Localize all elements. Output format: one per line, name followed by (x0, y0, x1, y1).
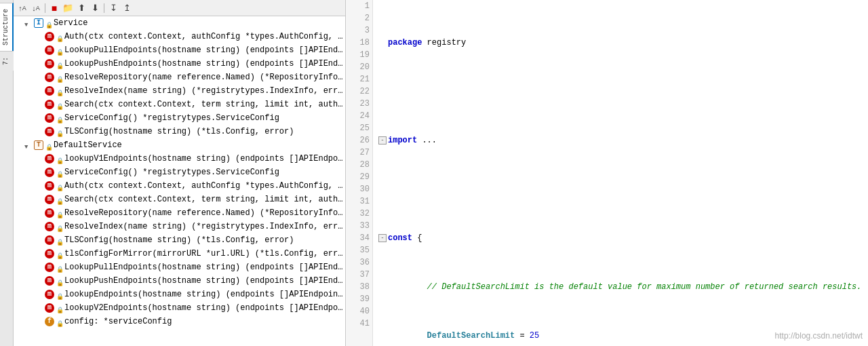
ln-3: 3 (349, 24, 370, 37)
tree-item-lookuppush[interactable]: m 🔒 LookupPushEndpoints(hostname string)… (14, 57, 345, 71)
ln-20: 20 (349, 61, 370, 73)
ds-lookuppush[interactable]: m 🔒 LookupPushEndpoints(hostname string)… (14, 274, 345, 288)
toolbar-separator-2 (104, 3, 104, 13)
ln-31: 31 (349, 195, 370, 208)
ln-1: 1 (349, 0, 370, 12)
struct-icon-defaultservice: T (34, 140, 43, 150)
method-icon: m (45, 154, 54, 164)
ln-27: 27 (349, 147, 370, 159)
code-line-2 (378, 85, 863, 98)
ln-23: 23 (349, 98, 370, 110)
ln-38: 38 (349, 281, 370, 293)
ln-32: 32 (349, 208, 370, 220)
ds-auth[interactable]: m 🔒 Auth(ctx context.Context, authConfig… (14, 179, 345, 193)
code-line-19: - const { (378, 232, 863, 244)
code-editor: 1 2 3 18 19 20 21 22 23 24 25 26 27 28 2… (346, 0, 868, 346)
ln-25: 25 (349, 122, 370, 134)
vtab-7[interactable]: 7: (0, 51, 14, 71)
ln-22: 22 (349, 85, 370, 98)
ds-lookupv1[interactable]: m 🔒 lookupV1Endpoints(hostname string) (… (14, 152, 345, 166)
defaultservice-label: DefaultService (54, 139, 122, 151)
method-icon: m (45, 249, 54, 258)
method-icon: m (45, 73, 54, 82)
ds-tlsconfigformirror[interactable]: m 🔒 tlsConfigForMirror(mirrorURL *url.UR… (14, 247, 345, 261)
vertical-tabs-panel: Structure 7: (0, 0, 14, 346)
method-icon: m (45, 127, 54, 136)
ln-21: 21 (349, 73, 370, 85)
ln-39: 39 (349, 293, 370, 305)
tree-arrow-service (24, 19, 33, 27)
tree-item-resolveindex[interactable]: m 🔒 ResolveIndex(name string) (*registry… (14, 84, 345, 98)
fold-19[interactable]: - (378, 234, 387, 242)
ds-tlsconfig[interactable]: m 🔒 TLSConfig(hostname string) (*tls.Con… (14, 233, 345, 247)
tree-item-resolverepo[interactable]: m 🔒 ResolveRepository(name reference.Nam… (14, 71, 345, 84)
method-icon: m (45, 86, 54, 96)
toolbar-separator-1 (45, 3, 45, 13)
ln-41: 41 (349, 318, 370, 330)
ds-serviceconfig[interactable]: m 🔒 ServiceConfig() *registrytypes.Servi… (14, 166, 345, 179)
ds-resolverepo[interactable]: m 🔒 ResolveRepository(name reference.Nam… (14, 206, 345, 220)
code-area[interactable]: 1 2 3 18 19 20 21 22 23 24 25 26 27 28 2… (346, 0, 868, 346)
ds-lookupendpoints[interactable]: m 🔒 lookupEndpoints(hostname string) (en… (14, 288, 345, 301)
ln-24: 24 (349, 110, 370, 122)
code-line-3: - import ... (378, 134, 863, 147)
field-icon: f (45, 317, 54, 326)
method-icon: m (45, 113, 54, 123)
tree-item-serviceconfig[interactable]: m 🔒 ServiceConfig() *registrytypes.Servi… (14, 111, 345, 125)
filter-up-button[interactable]: ⬆ (75, 2, 87, 14)
method-icon: m (45, 59, 54, 69)
method-icon: m (45, 290, 54, 299)
code-text[interactable]: package registry - import ... - const { (373, 0, 868, 346)
import-button[interactable]: ↥ (121, 2, 133, 14)
ln-29: 29 (349, 171, 370, 183)
sort-desc-button[interactable]: ↓A (30, 2, 42, 14)
method-icon: m (45, 235, 54, 245)
tree-item-tlsconfig[interactable]: m 🔒 TLSConfig(hostname string) (*tls.Con… (14, 125, 345, 138)
tree-item-lookuppull[interactable]: m 🔒 LookupPullEndpoints(hostname string)… (14, 43, 345, 57)
folder-button[interactable]: 📁 (62, 2, 74, 14)
method-icon: m (45, 208, 54, 218)
method-icon: m (45, 276, 54, 286)
fold-3[interactable]: - (378, 136, 387, 145)
method-icon: m (45, 100, 54, 109)
method-icon: m (45, 263, 54, 272)
lock-icon-defaultservice: 🔒 (45, 142, 52, 149)
code-line-20: // DefaultSearchLimit is the default val… (378, 281, 863, 293)
ds-search[interactable]: m 🔒 Search(ctx context.Context, term str… (14, 193, 345, 206)
method-icon: m (45, 168, 54, 177)
ln-37: 37 (349, 269, 370, 281)
method-icon: m (45, 45, 54, 55)
method-icon: m (45, 303, 54, 313)
method-icon: m (45, 195, 54, 204)
export-button[interactable]: ↧ (107, 2, 119, 14)
ln-33: 33 (349, 220, 370, 232)
ln-35: 35 (349, 244, 370, 256)
code-line-1: package registry (378, 37, 863, 49)
ln-26: 26 (349, 134, 370, 147)
filter-down-button[interactable]: ⬇ (89, 2, 101, 14)
service-label: Service (54, 17, 87, 29)
vtab-structure[interactable]: Structure (0, 3, 14, 51)
ds-config-field[interactable]: f 🔒 config: *serviceConfig (14, 315, 345, 328)
method-icon: m (45, 181, 54, 191)
sort-asc-button[interactable]: ↑A (16, 2, 28, 14)
ds-resolveindex[interactable]: m 🔒 ResolveIndex(name string) (*registry… (14, 220, 345, 233)
expand-button[interactable]: ■ (48, 2, 60, 14)
ln-19: 19 (349, 49, 370, 61)
tree-node-service[interactable]: I 🔒 Service (14, 16, 345, 30)
method-icon: m (45, 32, 54, 41)
ds-lookupv2[interactable]: m 🔒 lookupV2Endpoints(hostname string) (… (14, 301, 345, 315)
tree-item-auth[interactable]: m 🔒 Auth(ctx context.Context, authConfig… (14, 30, 345, 43)
ln-30: 30 (349, 183, 370, 195)
tree-arrow-defaultservice (24, 141, 33, 149)
ds-lookuppull[interactable]: m 🔒 LookupPullEndpoints(hostname string)… (14, 261, 345, 274)
ln-28: 28 (349, 159, 370, 171)
tree-node-defaultservice[interactable]: T 🔒 DefaultService (14, 138, 345, 152)
tree-item-search[interactable]: m 🔒 Search(ctx context.Context, term str… (14, 98, 345, 111)
ln-34: 34 (349, 232, 370, 244)
method-icon: m (45, 222, 54, 231)
structure-panel: ↑A ↓A ■ 📁 ⬆ ⬇ ↧ ↥ I 🔒 Service m 🔒 Auth(c… (14, 0, 346, 346)
sidebar-toolbar: ↑A ↓A ■ 📁 ⬆ ⬇ ↧ ↥ (14, 0, 345, 16)
ln-2: 2 (349, 12, 370, 24)
line-numbers: 1 2 3 18 19 20 21 22 23 24 25 26 27 28 2… (346, 0, 373, 346)
